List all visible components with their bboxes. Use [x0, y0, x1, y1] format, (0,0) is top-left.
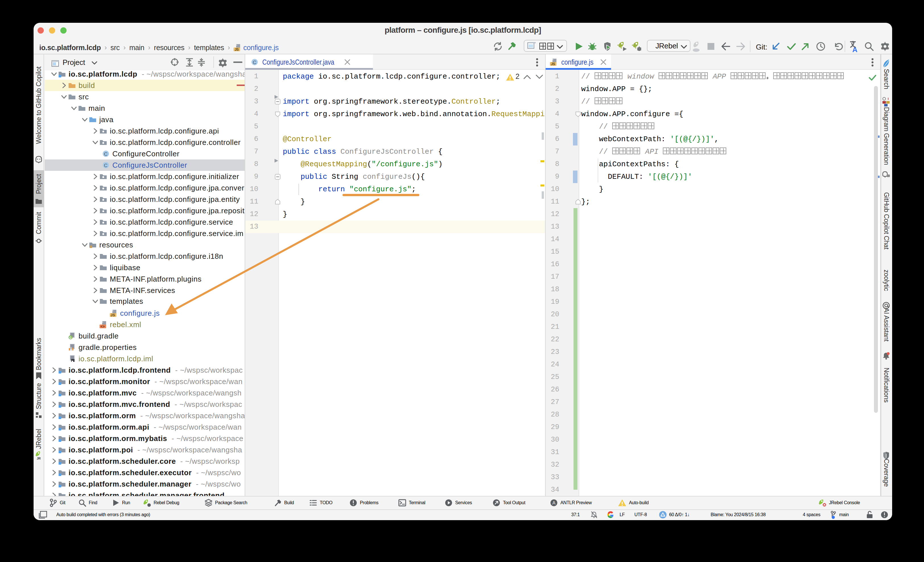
svg-text:JS: JS — [235, 48, 238, 51]
svg-text:JS: JS — [551, 62, 555, 66]
svg-text:C: C — [104, 163, 108, 168]
svg-text:A: A — [552, 500, 556, 505]
svg-text:<>: <> — [100, 325, 105, 328]
svg-text:C: C — [104, 152, 108, 157]
svg-text:JR: JR — [37, 457, 40, 460]
svg-text:G: G — [69, 336, 72, 340]
svg-text:C: C — [253, 60, 256, 65]
svg-text:JS: JS — [111, 313, 115, 317]
